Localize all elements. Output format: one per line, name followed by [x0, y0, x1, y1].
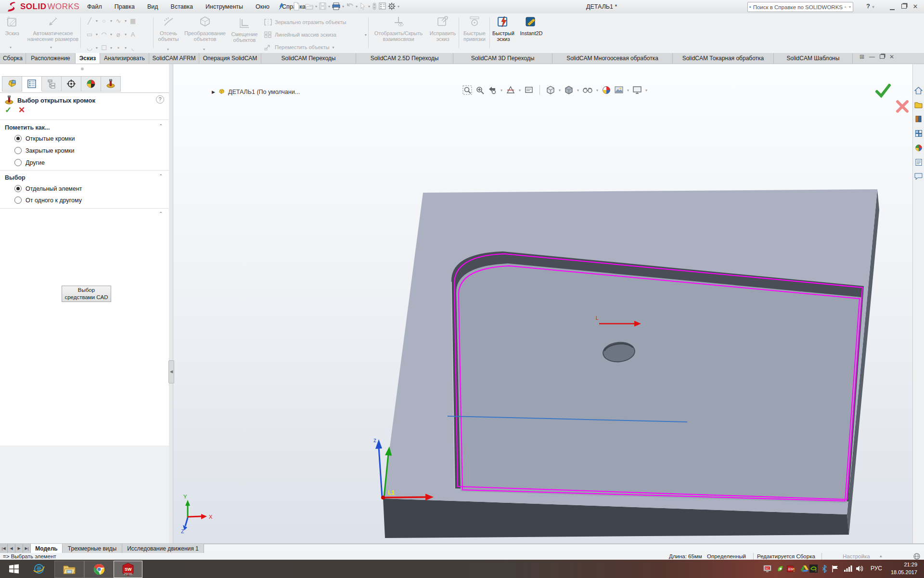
sketch-button[interactable]: Эскиз — [1, 15, 23, 36]
taskbar-clock[interactable]: 21:29 18.05.2017 — [891, 561, 917, 577]
pm-cancel-button[interactable]: ✕ — [18, 105, 25, 115]
minimize-button[interactable] — [886, 0, 898, 12]
quick-snaps-button[interactable]: Быстрые привязки — [460, 15, 489, 42]
customize-caret-icon[interactable]: ▴ — [880, 553, 882, 558]
trim-entities-button[interactable]: Отсечь объекты — [155, 15, 182, 42]
graphics-area[interactable] — [173, 64, 924, 546]
fillet-tool-icon[interactable]: ◟ — [128, 44, 138, 52]
tab-scroll-prev[interactable]: ◀ — [8, 544, 15, 553]
tab-motion-study[interactable]: Исследование движения 1 — [122, 544, 204, 553]
rectangle-tool-icon[interactable]: ▭ — [85, 31, 94, 38]
convert-entities-button[interactable]: Преобразование объектов — [183, 15, 227, 42]
tray-google-drive-icon[interactable] — [801, 565, 808, 572]
display-relations-button[interactable]: Отобразить/Скрыть взаимосвязи — [371, 15, 426, 42]
panel-drag-dot[interactable] — [81, 67, 84, 70]
configuration-manager-tab[interactable] — [42, 76, 62, 92]
start-button[interactable] — [4, 561, 24, 577]
status-customize[interactable]: Настройка — [843, 553, 870, 559]
radio-closed-edges[interactable]: Закрытые кромки — [14, 147, 74, 154]
display-style-caret[interactable]: ▾ — [577, 88, 579, 92]
offset-entities-button[interactable]: Смещение объектов — [228, 17, 261, 43]
options-list-icon[interactable] — [378, 2, 386, 11]
group-mark-as-collapse-icon[interactable]: ⌃ — [159, 123, 163, 129]
cad-selection-button[interactable]: Выбор средствами CAD — [62, 286, 111, 302]
menu-edit[interactable]: Правка — [108, 3, 141, 10]
dimxpert-tab[interactable] — [62, 76, 81, 92]
convert-dropdown-caret[interactable]: ▾ — [203, 47, 205, 52]
confirmation-ok-icon[interactable] — [875, 83, 891, 98]
view-settings-icon[interactable] — [632, 85, 642, 95]
pm-help-icon[interactable]: ? — [156, 95, 164, 104]
zoom-area-icon[interactable] — [475, 85, 485, 95]
restore-button[interactable] — [898, 0, 910, 12]
file-explorer-button[interactable] — [54, 561, 84, 578]
view-palette-icon[interactable] — [915, 130, 923, 137]
move-entities-button[interactable]: Переместить объекты ▾ — [264, 43, 334, 51]
hide-show-items-icon[interactable] — [582, 85, 593, 95]
tray-leaf-icon[interactable] — [776, 565, 784, 573]
flyout-expand-icon[interactable]: ▶ — [212, 90, 215, 94]
trim-dropdown-caret[interactable]: ▾ — [167, 47, 169, 52]
search-dropdown-caret[interactable]: ▾ — [849, 5, 851, 9]
tab-scroll-next[interactable]: ▶ — [15, 544, 23, 553]
group-cad-collapse-icon[interactable]: ⌃ — [159, 211, 163, 216]
line-tool-icon[interactable]: ╱ — [85, 17, 94, 25]
menu-file[interactable]: Файл — [81, 3, 108, 10]
forum-icon[interactable] — [914, 173, 923, 180]
repair-sketch-button[interactable]: Исправить эскиз — [427, 15, 458, 42]
slot-tool-icon[interactable]: ◡ — [85, 44, 94, 52]
tab-solidcam-25d[interactable]: SolidCAM 2.5D Переходы — [356, 53, 453, 64]
tab-sketch[interactable]: Эскиз — [76, 53, 100, 64]
display-manager-tab[interactable] — [81, 76, 101, 92]
tray-flag-icon[interactable] — [832, 565, 839, 573]
autodimension-dropdown-caret[interactable]: ▾ — [50, 45, 52, 50]
apply-scene-caret[interactable]: ▾ — [627, 88, 629, 92]
solidworks-taskbar-button[interactable]: SW 2016 — [114, 561, 142, 578]
search-icon[interactable] — [845, 4, 847, 11]
arc-tool-icon[interactable]: ◠ — [99, 31, 109, 38]
doc-close-icon[interactable]: ✕ — [889, 53, 894, 60]
confirmation-cancel-icon[interactable] — [895, 99, 910, 114]
spline-tool-icon[interactable]: ∿ — [114, 17, 123, 25]
file-explorer-icon[interactable] — [915, 115, 923, 123]
sketch-dropdown-caret[interactable]: ▾ — [10, 45, 12, 50]
doc-restore-icon[interactable] — [880, 53, 885, 60]
tab-assembly[interactable]: Сборка — [0, 53, 26, 64]
design-library-icon[interactable] — [914, 101, 923, 108]
ellipse-tool-icon[interactable]: ⌀ — [114, 31, 123, 38]
new-document-icon[interactable] — [293, 2, 300, 11]
tray-nvidia-icon[interactable]: ! — [809, 565, 818, 573]
rebuild-icon[interactable] — [372, 2, 377, 11]
doc-minimize-icon[interactable]: — — [869, 53, 875, 60]
view-settings-caret[interactable]: ▾ — [645, 88, 647, 92]
tab-scroll-last[interactable]: ▶| — [23, 544, 31, 553]
tab-solidcam-turning[interactable]: SolidCAM Токарная обработка — [673, 53, 774, 64]
sketch-picture-tool-icon[interactable]: ▦ — [128, 17, 138, 25]
group-selection-collapse-icon[interactable]: ⌃ — [159, 173, 163, 179]
panel-collapse-handle[interactable]: ◀ — [168, 360, 174, 383]
move-entities-caret[interactable]: ▾ — [332, 45, 334, 50]
tray-sc-monitor-icon[interactable]: SC — [763, 565, 771, 573]
linear-pattern-button[interactable]: Линейный массив эскиза ▾ — [264, 31, 367, 39]
text-tool-icon[interactable]: A — [128, 31, 138, 38]
print-icon[interactable] — [332, 2, 341, 11]
mirror-entities-button[interactable]: Зеркально отразить объекты — [264, 18, 346, 26]
menu-pin[interactable] — [277, 2, 285, 11]
edit-appearance-icon[interactable] — [602, 85, 611, 95]
menu-insert[interactable]: Вставка — [165, 3, 199, 10]
property-manager-tab[interactable] — [22, 76, 42, 92]
section-view-caret[interactable]: ▾ — [519, 88, 521, 92]
close-button[interactable]: ✕ — [910, 0, 921, 12]
feature-manager-tab[interactable] — [2, 76, 22, 92]
help-search-box[interactable]: ? Поиск в Справке по SOLIDWORKS ▾ — [747, 2, 853, 12]
circle-tool-icon[interactable]: ○ — [99, 17, 109, 25]
radio-open-edges[interactable]: Открытые кромки — [14, 135, 75, 142]
help-button[interactable]: ? ▾ — [866, 2, 875, 10]
tray-antivirus-icon[interactable]: &W! — [787, 565, 796, 573]
rapid-sketch-button[interactable]: Быстрый эскиз — [491, 15, 516, 42]
select-icon[interactable] — [359, 2, 367, 11]
previous-view-icon[interactable] — [488, 85, 497, 95]
save-icon[interactable] — [319, 2, 327, 11]
tray-network-signal-icon[interactable] — [844, 565, 852, 572]
tab-solidcam-afrm[interactable]: SolidCAM AFRM — [149, 53, 199, 64]
